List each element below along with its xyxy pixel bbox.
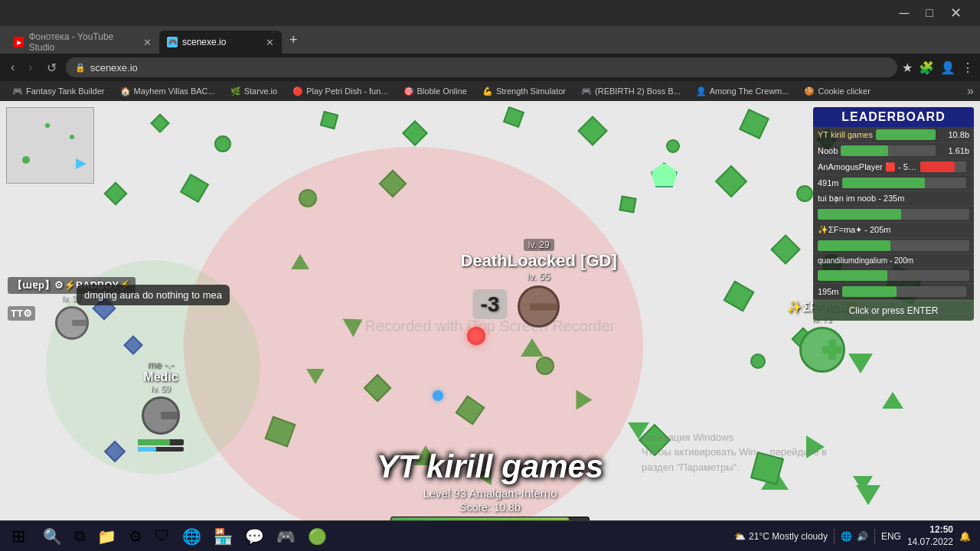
minimize-button[interactable]: ─ bbox=[893, 4, 916, 23]
damage-number: -3 bbox=[473, 292, 508, 317]
shape-1 bbox=[150, 113, 169, 132]
enemy-main-level: lv. 55 bbox=[528, 271, 550, 282]
shape-14 bbox=[619, 195, 636, 213]
lb-entry-8: 195m bbox=[813, 284, 974, 300]
gcr-2 bbox=[750, 354, 766, 369]
forward-button[interactable]: › bbox=[24, 59, 37, 76]
bookmark-icon: 👤 bbox=[696, 86, 707, 96]
date-text: 14.07.2022 bbox=[907, 536, 953, 549]
shape-8 bbox=[739, 109, 769, 139]
address-bar: ‹ › ↺ 🔒 scenexe.io ★ 🧩 👤 ⋮ bbox=[0, 54, 980, 81]
weather-display: ⛅ 21°C Mostly cloudy bbox=[734, 531, 828, 542]
lb-name-8: 195m bbox=[818, 287, 839, 296]
bookmark-label: Fantasy Tank Builder bbox=[26, 86, 105, 96]
bookmark-label: Cookie clicker bbox=[818, 86, 870, 96]
bookmark-strength[interactable]: 💪 Strength Simulator bbox=[476, 85, 572, 98]
weather-text: 21°C Mostly cloudy bbox=[749, 531, 828, 542]
bookmarks-more-icon[interactable]: » bbox=[967, 84, 974, 98]
tri-10 bbox=[882, 392, 903, 409]
player-entity-level: lv. 59 bbox=[151, 384, 170, 393]
lb-bar-3 bbox=[920, 161, 955, 172]
bookmark-label: Among The Crewm... bbox=[710, 86, 789, 96]
chat-bubble: dmging aura do nothing to mea bbox=[77, 285, 230, 305]
bookmark-icon: 🍪 bbox=[804, 86, 815, 96]
lock-icon: 🔒 bbox=[75, 63, 86, 73]
close-button[interactable]: ✕ bbox=[944, 3, 968, 23]
tab-close-youtube[interactable]: ✕ bbox=[137, 37, 152, 48]
taskbar-file-explorer-icon[interactable]: 📁 bbox=[91, 527, 122, 546]
taskbar-app-icon[interactable]: 🟢 bbox=[302, 527, 333, 546]
lb-entry-7b bbox=[813, 268, 974, 284]
lb-value-1: 10.8b bbox=[939, 130, 969, 139]
shape-4 bbox=[402, 120, 428, 146]
lb-entry-6: ✨ΣF=ma✦ - 205m bbox=[813, 223, 974, 238]
leaderboard-title: LEADERBOARD bbox=[813, 107, 974, 127]
lb-name-1: YT kirill games bbox=[818, 130, 873, 139]
lb-entry-4: 491m bbox=[813, 175, 974, 191]
lb-bar-4 bbox=[842, 178, 926, 188]
notification-icon[interactable]: 🔔 bbox=[959, 531, 971, 542]
refresh-button[interactable]: ↺ bbox=[42, 59, 61, 77]
bookmark-starve[interactable]: 🌿 Starve.io bbox=[224, 85, 283, 98]
bookmark-icon: 🌿 bbox=[230, 86, 241, 96]
url-text: scenexe.io bbox=[90, 62, 138, 73]
taskbar-discord-icon[interactable]: 💬 bbox=[239, 527, 270, 546]
time-text: 12:50 bbox=[907, 524, 953, 536]
menu-button[interactable]: ⋮ bbox=[962, 60, 974, 75]
bookmark-star-button[interactable]: ★ bbox=[902, 60, 913, 75]
leaderboard-click-hint[interactable]: Click or press ENTER bbox=[813, 300, 974, 321]
bookmark-fantasy[interactable]: 🎮 Fantasy Tank Builder bbox=[6, 85, 111, 98]
win-activate-line1: Активация Windows bbox=[642, 430, 827, 445]
lb-bar-1 bbox=[876, 129, 936, 140]
bullet-center bbox=[467, 327, 485, 345]
network-icon[interactable]: 🌐 bbox=[841, 531, 852, 542]
tab-youtube-label: Фонотека - YouTube Studio bbox=[28, 31, 137, 53]
shape-3 bbox=[320, 111, 338, 129]
scenexe-favicon: 🎮 bbox=[167, 37, 178, 47]
taskbar-search-icon[interactable]: 🔍 bbox=[37, 527, 68, 546]
taskbar-taskview-icon[interactable]: ⧉ bbox=[68, 527, 91, 545]
lb-bar-container-1 bbox=[876, 129, 936, 140]
taskbar-chrome-icon[interactable]: 🌐 bbox=[176, 527, 207, 546]
lb-name-3: AnAmogusPlayer 🟥 - 551m bbox=[818, 162, 917, 172]
title-bar: ─ □ ✕ bbox=[0, 0, 980, 26]
minimap-dot-1 bbox=[45, 123, 50, 128]
time-display: 12:50 14.07.2022 bbox=[907, 524, 953, 548]
url-bar[interactable]: 🔒 scenexe.io bbox=[66, 57, 897, 77]
bookmark-among[interactable]: 👤 Among The Crewm... bbox=[690, 85, 795, 98]
lb-bar-container-6 bbox=[818, 240, 969, 251]
bookmark-petri[interactable]: 🔴 Play Petri Dish - fun... bbox=[286, 85, 394, 98]
tri-14 bbox=[856, 485, 880, 505]
taskbar-ms-store-icon[interactable]: 🏪 bbox=[207, 527, 239, 546]
gdr-1 bbox=[770, 234, 801, 265]
player-score-display: Score: 10.8b bbox=[375, 501, 605, 514]
player-health-bar bbox=[138, 439, 184, 445]
volume-icon[interactable]: 🔊 bbox=[857, 531, 868, 542]
bookmark-cookie[interactable]: 🍪 Cookie clicker bbox=[798, 85, 876, 98]
lb-bar-container-3 bbox=[920, 161, 966, 172]
lb-bar-7 bbox=[818, 270, 887, 281]
profile-button[interactable]: 👤 bbox=[940, 60, 956, 75]
start-button[interactable]: ⊞ bbox=[0, 527, 37, 546]
back-button[interactable]: ‹ bbox=[6, 59, 19, 76]
taskbar-settings-icon[interactable]: ⚙ bbox=[122, 527, 149, 546]
tab-close-scenexe[interactable]: ✕ bbox=[260, 37, 274, 48]
extension-button[interactable]: 🧩 bbox=[919, 60, 934, 75]
bookmark-mayhem[interactable]: 🏠 Mayhem Villas BAC... bbox=[114, 85, 221, 98]
player-entity: me -.- Medic lv. 59 bbox=[138, 359, 184, 452]
taskbar-steam-icon[interactable]: 🎮 bbox=[270, 527, 302, 546]
game-area[interactable]: dmging aura do nothing to mea 【ɯɐp】⚙⚡BAD… bbox=[0, 101, 980, 551]
tab-scenexe[interactable]: 🎮 scenexe.io ✕ bbox=[159, 31, 282, 54]
player-tank-barrel bbox=[161, 412, 178, 419]
tab-youtube-studio[interactable]: ▶ Фонотека - YouTube Studio ✕ bbox=[6, 31, 159, 54]
taskbar-windows-defender-icon[interactable]: 🛡 bbox=[149, 527, 176, 545]
divider2 bbox=[874, 529, 875, 544]
lb-name-6: ✨ΣF=ma✦ - 205m bbox=[818, 225, 891, 235]
win-activate-line3: раздел "Параметры". bbox=[642, 460, 827, 475]
bookmark-bloble[interactable]: 🎯 Bloble Online bbox=[397, 85, 473, 98]
bookmark-rebirth[interactable]: 🎮 (REBIRTH 2) Boss B... bbox=[575, 85, 687, 98]
maximize-button[interactable]: □ bbox=[920, 5, 939, 21]
bookmark-icon: 🔴 bbox=[292, 86, 303, 96]
lb-entry-5b bbox=[813, 207, 974, 223]
new-tab-button[interactable]: + bbox=[285, 32, 302, 48]
